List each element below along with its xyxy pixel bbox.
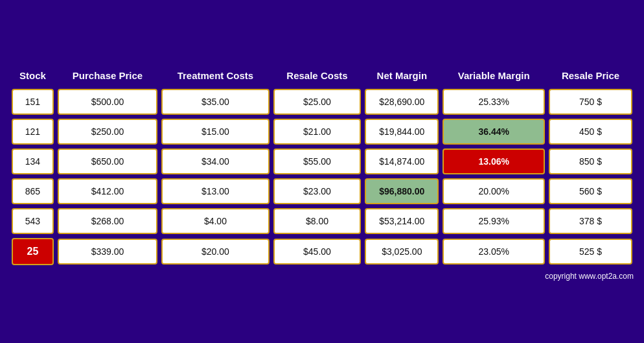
- cell-value-resale_costs: $55.00: [273, 148, 362, 174]
- cell-variable_margin: 25.93%: [443, 208, 545, 234]
- cell-value-stock: 151: [12, 89, 54, 115]
- table-row: 25$339.00$20.00$45.00$3,025.0023.05%525 …: [12, 238, 632, 265]
- cell-value-resale_price: 560 $: [549, 178, 632, 204]
- cell-resale_price: 450 $: [549, 119, 632, 145]
- cell-value-resale_price: 450 $: [549, 119, 632, 145]
- cell-purchase_price: $500.00: [58, 89, 157, 115]
- cell-value-variable_margin: 25.93%: [443, 208, 545, 234]
- cell-net_margin: $19,844.00: [365, 119, 439, 145]
- cell-stock: 134: [12, 148, 54, 174]
- cell-value-net_margin: $3,025.00: [365, 239, 439, 265]
- cell-value-treatment_costs: $20.00: [161, 239, 270, 265]
- cell-net_margin: $53,214.00: [365, 208, 439, 234]
- cell-purchase_price: $412.00: [58, 178, 157, 204]
- cell-value-stock: 865: [12, 178, 54, 204]
- cell-variable_margin: 36.44%: [443, 119, 545, 145]
- cell-purchase_price: $250.00: [58, 119, 157, 145]
- table-row: 121$250.00$15.00$21.00$19,844.0036.44%45…: [12, 119, 632, 145]
- cell-value-treatment_costs: $34.00: [161, 148, 270, 174]
- cell-value-stock: 134: [12, 148, 54, 174]
- cell-resale_costs: $25.00: [273, 89, 362, 115]
- cell-value-purchase_price: $500.00: [58, 89, 157, 115]
- cell-value-variable_margin: 13.06%: [443, 148, 545, 174]
- cell-stock: 25: [12, 238, 54, 265]
- cell-variable_margin: 25.33%: [443, 89, 545, 115]
- cell-value-net_margin: $14,874.00: [365, 148, 439, 174]
- cell-treatment_costs: $34.00: [161, 148, 270, 174]
- cell-value-resale_costs: $45.00: [273, 239, 362, 265]
- cell-value-resale_price: 750 $: [549, 89, 632, 115]
- column-header: Stock: [12, 66, 54, 85]
- table-row: 151$500.00$35.00$25.00$28,690.0025.33%75…: [12, 89, 632, 115]
- cell-resale_price: 560 $: [549, 178, 632, 204]
- cell-treatment_costs: $35.00: [161, 89, 270, 115]
- column-header: Purchase Price: [58, 66, 157, 85]
- cell-net_margin: $14,874.00: [365, 148, 439, 174]
- cell-resale_costs: $55.00: [273, 148, 362, 174]
- cell-value-treatment_costs: $35.00: [161, 89, 270, 115]
- cell-resale_costs: $8.00: [273, 208, 362, 234]
- cell-value-treatment_costs: $15.00: [161, 119, 270, 145]
- cell-resale_price: 378 $: [549, 208, 632, 234]
- cell-value-net_margin: $53,214.00: [365, 208, 439, 234]
- cell-value-variable_margin: 23.05%: [443, 239, 545, 265]
- cell-purchase_price: $650.00: [58, 148, 157, 174]
- cell-net_margin: $3,025.00: [365, 238, 439, 265]
- cell-value-stock: 25: [12, 238, 54, 265]
- cell-resale_price: 850 $: [549, 148, 632, 174]
- column-header: Treatment Costs: [161, 66, 270, 85]
- column-header: Resale Price: [549, 66, 632, 85]
- cell-stock: 543: [12, 208, 54, 234]
- cell-stock: 121: [12, 119, 54, 145]
- cell-value-net_margin: $19,844.00: [365, 119, 439, 145]
- cell-resale_costs: $45.00: [273, 238, 362, 265]
- cell-treatment_costs: $13.00: [161, 178, 270, 204]
- column-header: Variable Margin: [443, 66, 545, 85]
- cell-value-stock: 543: [12, 208, 54, 234]
- cell-purchase_price: $268.00: [58, 208, 157, 234]
- cell-value-resale_costs: $8.00: [273, 208, 362, 234]
- cell-variable_margin: 20.00%: [443, 178, 545, 204]
- main-table: StockPurchase PriceTreatment CostsResale…: [8, 62, 636, 269]
- cell-value-net_margin: $28,690.00: [365, 89, 439, 115]
- cell-value-resale_costs: $21.00: [273, 119, 362, 145]
- cell-value-variable_margin: 20.00%: [443, 178, 545, 204]
- cell-value-purchase_price: $250.00: [58, 119, 157, 145]
- column-header: Net Margin: [365, 66, 439, 85]
- cell-treatment_costs: $4.00: [161, 208, 270, 234]
- cell-value-resale_price: 378 $: [549, 208, 632, 234]
- cell-stock: 151: [12, 89, 54, 115]
- cell-value-resale_costs: $23.00: [273, 178, 362, 204]
- cell-net_margin: $96,880.00: [365, 178, 439, 204]
- cell-resale_costs: $21.00: [273, 119, 362, 145]
- cell-value-variable_margin: 36.44%: [443, 119, 545, 145]
- copyright-text: copyright www.opt2a.com: [8, 269, 636, 281]
- cell-resale_costs: $23.00: [273, 178, 362, 204]
- cell-value-resale_price: 850 $: [549, 148, 632, 174]
- cell-treatment_costs: $20.00: [161, 238, 270, 265]
- cell-value-treatment_costs: $13.00: [161, 178, 270, 204]
- cell-value-stock: 121: [12, 119, 54, 145]
- cell-resale_price: 525 $: [549, 238, 632, 265]
- cell-variable_margin: 23.05%: [443, 238, 545, 265]
- cell-value-purchase_price: $339.00: [58, 239, 157, 265]
- table-row: 134$650.00$34.00$55.00$14,874.0013.06%85…: [12, 148, 632, 174]
- cell-value-treatment_costs: $4.00: [161, 208, 270, 234]
- table-row: 865$412.00$13.00$23.00$96,880.0020.00%56…: [12, 178, 632, 204]
- cell-value-purchase_price: $650.00: [58, 148, 157, 174]
- cell-value-net_margin: $96,880.00: [365, 178, 439, 204]
- cell-net_margin: $28,690.00: [365, 89, 439, 115]
- cell-variable_margin: 13.06%: [443, 148, 545, 174]
- cell-purchase_price: $339.00: [58, 238, 157, 265]
- cell-value-purchase_price: $268.00: [58, 208, 157, 234]
- cell-stock: 865: [12, 178, 54, 204]
- cell-value-resale_costs: $25.00: [273, 89, 362, 115]
- table-row: 543$268.00$4.00$8.00$53,214.0025.93%378 …: [12, 208, 632, 234]
- cell-value-resale_price: 525 $: [549, 239, 632, 265]
- table-container: StockPurchase PriceTreatment CostsResale…: [8, 62, 636, 281]
- cell-treatment_costs: $15.00: [161, 119, 270, 145]
- cell-value-purchase_price: $412.00: [58, 178, 157, 204]
- cell-value-variable_margin: 25.33%: [443, 89, 545, 115]
- column-header: Resale Costs: [273, 66, 362, 85]
- cell-resale_price: 750 $: [549, 89, 632, 115]
